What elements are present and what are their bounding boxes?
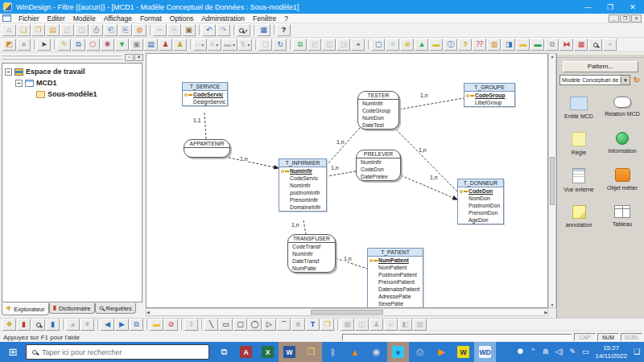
notification-center-icon[interactable]: ❑ [634,348,640,356]
windesign-icon[interactable]: WD [474,342,496,362]
open-icon[interactable]: ▤ [46,24,60,36]
draw-note-icon[interactable]: ❒ [320,319,334,331]
scroll-left-icon[interactable]: ◀ [147,310,150,315]
tree-item-workspace[interactable]: − Espace de travail [2,66,142,77]
print-preview-icon[interactable]: ⎗ [104,24,118,36]
refresh-model-icon[interactable]: ↻ [273,39,287,51]
draw-roundrect-icon[interactable]: ▢ [233,319,247,331]
relation-link[interactable] [327,128,360,165]
shapes-2-icon[interactable]: ◨ [502,39,515,51]
entity-t_groupe[interactable]: T_GROUPECodeGroupLibelGroup [464,83,515,107]
menu-?[interactable]: ? [280,14,292,23]
clipboard-small-icon[interactable]: ▣ [130,39,143,51]
minimize-button[interactable]: — [576,0,599,14]
menu-editer[interactable]: Editer [43,14,69,23]
edge-icon[interactable]: e [387,342,409,362]
chevron-up-icon[interactable]: ⌃ [530,348,536,356]
flow-question-icon[interactable]: ⁇ [473,39,486,51]
search-lens-icon[interactable] [31,319,45,331]
expander-icon[interactable]: − [15,80,23,87]
grid-icon[interactable]: ▦ [257,24,270,36]
nav-left-icon[interactable]: ◀ [101,319,114,331]
expander-icon[interactable]: − [5,68,12,76]
mcd-relation-icon[interactable]: ○ [386,39,399,51]
palette-item-info[interactable]: Information [601,132,643,155]
submodel-window-icon[interactable]: ⧉ [130,319,143,331]
information-icon[interactable]: ⓘ [444,39,457,51]
domain-triangle-icon[interactable]: ▲ [415,39,428,51]
insert-arrow-icon[interactable]: ▼ [115,39,129,51]
menu-format[interactable]: Format [136,14,166,23]
grid-colored-icon[interactable]: ▦ [574,39,588,51]
mdi-minimize-button[interactable]: _ [609,14,619,23]
diagram-canvas[interactable]: 1,11,n1,n1,n1,n1,n1,n1,n1,n T_SERVICECod… [146,53,548,308]
tree-item-mcd1[interactable]: − MCD1 [2,77,142,88]
label-tag-icon[interactable]: ▬ [429,39,443,51]
entity-t_service[interactable]: T_SERVICECodeServicDesignServic [182,82,228,106]
excel-icon[interactable]: X [257,342,279,362]
your-phone-icon[interactable]: ◉ [365,342,387,362]
chevron-down-icon[interactable]: ▼ [621,76,630,84]
relation-transfuser[interactable]: TRANSFUSERCodeTransfNumInfirDateTransfNu… [287,234,336,273]
form-view-icon[interactable]: ▤ [144,39,158,51]
relation-link[interactable] [204,113,206,139]
touch-keyboard-icon[interactable]: ▭ [582,348,589,356]
binoculars-icon[interactable]: ⌖ [351,39,365,51]
palette-item-note[interactable]: annotation [558,205,600,228]
tab-explorateur[interactable]: ❖Explorateur [2,303,49,315]
edit-pencil-icon[interactable]: ✎ [57,39,71,51]
new-from-model-icon[interactable]: ❐ [31,24,45,36]
palette-item-entity[interactable]: Entité MCD [558,97,600,119]
select-cursor-icon[interactable]: ➤ [37,39,51,51]
relation-link[interactable] [399,98,464,109]
redo-icon[interactable]: ↷ [217,24,230,36]
model-check-icon[interactable]: ◩ [2,39,16,51]
taskbar-search[interactable] [26,344,209,360]
volume-icon[interactable]: ◁) [555,348,563,356]
help-box-icon[interactable]: ? [458,39,472,51]
new-document-icon[interactable]: ❏ [17,24,31,36]
explorer-icon[interactable]: ❒ [300,342,322,362]
scroll-right-icon[interactable]: ▶ [544,310,547,315]
paste-icon[interactable]: ▣ [182,24,196,36]
draw-ellipse-icon[interactable]: ◯ [248,319,262,331]
entity-t_patient[interactable]: T_PATIENTNumPatientNomPatientPostnomPati… [367,248,423,308]
requetes-book-icon[interactable]: ▮ [46,319,60,331]
hide-label-icon[interactable]: ⊘ [164,319,178,331]
windev-icon[interactable]: W [452,342,474,362]
draw-rect-icon[interactable]: ▭ [219,319,233,331]
relation-appartenir[interactable]: APPARTENIR [184,139,230,158]
draw-text-icon[interactable]: T [306,319,320,331]
panel-close-button[interactable]: ✕ [134,54,143,61]
menu-fichier[interactable]: Fichier [14,14,43,23]
pattern-dropdown[interactable]: Modèle Conceptuel de Don ▼ [559,75,630,85]
vlc-icon[interactable]: ▲ [344,342,365,362]
undo-icon[interactable]: ↶ [202,24,216,36]
draw-polygon-icon[interactable]: ▷ [262,319,276,331]
pill-yellow-icon[interactable]: ▬ [516,39,530,51]
publish-web-icon[interactable]: ◍ [133,24,147,36]
scroll-down-icon[interactable]: ▼ [551,302,555,307]
constraint-icon[interactable]: ⊗ [400,39,414,51]
zoom-icon[interactable]: ▼ [237,24,250,36]
entity-t_infirmier[interactable]: T_INFIRMIERNumInfirCodeServicNomInfirpos… [279,158,327,212]
tab-dictionnaire[interactable]: ▮Dictionnaire [49,303,95,314]
restore-button[interactable]: ❐ [599,0,621,14]
nav-right-icon[interactable]: ▶ [115,319,129,331]
network-icon[interactable]: ⧓ [559,39,573,51]
layers-icon[interactable]: ⧉ [293,39,307,51]
people-icon[interactable]: ⚉ [517,348,523,356]
draw-arc-icon[interactable]: ⌒ [277,319,291,331]
media-player-icon[interactable]: ▶ [431,342,452,362]
org-chart-icon[interactable]: ⧉ [72,39,85,51]
zoom-2-icon[interactable] [588,39,602,51]
menu-modle[interactable]: Modèle [69,14,100,23]
tab-requêtes[interactable]: Requêtes [95,303,136,314]
task-view-icon[interactable]: ⧉ [213,342,235,362]
relation-tester[interactable]: TESTERNumInfirCodeGroupNumDonDateTest [357,91,399,130]
home-icon[interactable]: ⌂ [2,24,16,36]
canvas-horizontal-scrollbar[interactable]: ◀ ▶ [146,308,548,316]
select-region-icon[interactable]: ▫ [603,39,617,51]
color-palette-icon[interactable]: ❋ [101,39,114,51]
palette-item-rule[interactable]: Règle [558,132,600,155]
